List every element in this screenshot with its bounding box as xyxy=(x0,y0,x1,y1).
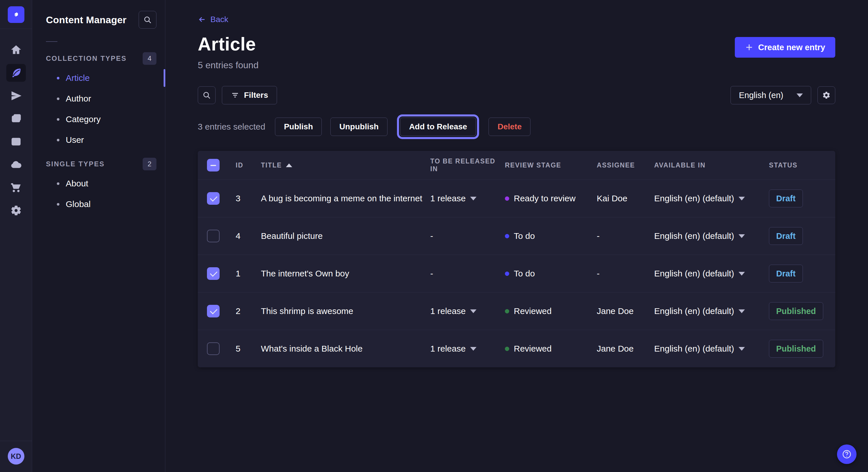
section-count-badge: 4 xyxy=(143,52,156,65)
help-button[interactable] xyxy=(837,444,857,464)
user-avatar[interactable]: KD xyxy=(8,448,24,465)
cell-assignee: - xyxy=(597,269,654,278)
cell-release[interactable]: - xyxy=(430,231,505,241)
content-manager-icon[interactable] xyxy=(6,64,26,82)
stage-dot xyxy=(505,234,509,238)
rail-icon-list xyxy=(6,41,26,220)
cell-title: This shrimp is awesome xyxy=(261,306,430,316)
page-title: Article xyxy=(198,34,259,55)
home-icon[interactable] xyxy=(6,41,26,59)
sidebar-item-author[interactable]: Author xyxy=(32,88,165,109)
logo-container xyxy=(0,0,32,29)
back-link[interactable]: Back xyxy=(198,15,228,24)
cell-release[interactable]: 1 release xyxy=(430,344,505,353)
column-status[interactable]: STATUS xyxy=(769,162,826,169)
send-icon[interactable] xyxy=(6,87,26,105)
cell-release[interactable]: 1 release xyxy=(430,306,505,316)
divider xyxy=(46,41,57,42)
sidebar-item-global[interactable]: Global xyxy=(32,194,165,214)
row-checkbox[interactable] xyxy=(207,305,220,317)
rail-footer: KD xyxy=(0,441,32,472)
chevron-down-icon xyxy=(739,234,745,238)
table-row[interactable]: 2 This shrimp is awesome 1 release Revie… xyxy=(198,292,835,330)
sidebar-item-about[interactable]: About xyxy=(32,173,165,194)
cell-id: 1 xyxy=(236,269,261,278)
delete-button[interactable]: Delete xyxy=(489,117,530,136)
cell-release[interactable]: 1 release xyxy=(430,194,505,203)
filter-icon xyxy=(231,91,239,100)
collection-types-section: COLLECTION TYPES 4 Article Author Catego… xyxy=(32,52,165,150)
view-settings-button[interactable] xyxy=(817,86,835,104)
row-checkbox[interactable] xyxy=(207,267,220,280)
status-badge: Published xyxy=(769,302,823,320)
stage-dot xyxy=(505,272,509,276)
chevron-down-icon xyxy=(470,197,476,200)
status-badge: Draft xyxy=(769,190,803,207)
column-id[interactable]: ID xyxy=(236,162,261,169)
chevron-down-icon xyxy=(470,309,476,313)
column-title[interactable]: TITLE xyxy=(261,162,430,169)
cell-available-in[interactable]: English (en) (default) xyxy=(654,231,769,241)
plus-icon xyxy=(745,43,753,52)
search-button[interactable] xyxy=(138,11,156,29)
main-nav-rail: KD xyxy=(0,0,32,472)
cloud-icon[interactable] xyxy=(6,156,26,173)
stage-dot xyxy=(505,347,509,351)
sidebar-item-label: User xyxy=(66,135,84,145)
help-question-icon xyxy=(841,449,852,460)
entries-count: 5 entries found xyxy=(198,60,259,71)
column-to-be-released-in[interactable]: TO BE RELEASED IN xyxy=(430,158,505,173)
cell-assignee: Kai Doe xyxy=(597,194,654,203)
sidebar-item-user[interactable]: User xyxy=(32,130,165,150)
bullet-icon xyxy=(57,203,59,206)
content-type-builder-icon[interactable] xyxy=(6,133,26,150)
add-to-release-button[interactable]: Add to Release xyxy=(400,117,476,136)
status-badge: Published xyxy=(769,340,823,358)
cell-id: 4 xyxy=(236,231,261,241)
chevron-down-icon xyxy=(797,94,803,97)
cell-assignee: Jane Doe xyxy=(597,344,654,353)
table-row[interactable]: 5 What's inside a Black Hole 1 release R… xyxy=(198,330,835,367)
cell-available-in[interactable]: English (en) (default) xyxy=(654,344,769,353)
cell-title: The internet's Own boy xyxy=(261,269,430,278)
row-checkbox[interactable] xyxy=(207,230,220,242)
table-row[interactable]: 3 A bug is becoming a meme on the intern… xyxy=(198,179,835,217)
select-all-checkbox[interactable] xyxy=(207,159,220,171)
cell-available-in[interactable]: English (en) (default) xyxy=(654,269,769,278)
row-checkbox[interactable] xyxy=(207,192,220,205)
locale-select[interactable]: English (en) xyxy=(731,86,811,104)
sort-asc-icon xyxy=(286,164,292,167)
media-library-icon[interactable] xyxy=(6,110,26,128)
list-search-button[interactable] xyxy=(198,86,216,104)
table-row[interactable]: 4 Beautiful picture - To do - English (e… xyxy=(198,217,835,255)
bullet-icon xyxy=(57,139,59,141)
back-label: Back xyxy=(210,15,228,24)
cell-assignee: Jane Doe xyxy=(597,306,654,316)
sidebar-item-label: About xyxy=(66,179,88,189)
cell-review-stage: Reviewed xyxy=(505,306,597,316)
bullet-icon xyxy=(57,118,59,121)
unpublish-button[interactable]: Unpublish xyxy=(330,117,388,136)
create-new-entry-button[interactable]: Create new entry xyxy=(735,37,835,58)
settings-icon[interactable] xyxy=(6,202,26,220)
column-review-stage[interactable]: REVIEW STAGE xyxy=(505,162,597,169)
single-types-section: SINGLE TYPES 2 About Global xyxy=(32,158,165,214)
cell-id: 2 xyxy=(236,306,261,316)
sidebar-item-category[interactable]: Category xyxy=(32,109,165,130)
cell-available-in[interactable]: English (en) (default) xyxy=(654,306,769,316)
status-badge: Draft xyxy=(769,265,803,282)
column-assignee[interactable]: ASSIGNEE xyxy=(597,162,654,169)
filters-button[interactable]: Filters xyxy=(222,86,277,104)
strapi-logo[interactable] xyxy=(8,6,24,23)
publish-button[interactable]: Publish xyxy=(275,117,322,136)
sidebar-item-article[interactable]: Article xyxy=(32,68,165,88)
marketplace-icon[interactable] xyxy=(6,179,26,196)
row-checkbox[interactable] xyxy=(207,342,220,355)
column-available-in[interactable]: AVAILABLE IN xyxy=(654,162,769,169)
table-row[interactable]: 1 The internet's Own boy - To do - Engli… xyxy=(198,255,835,292)
chevron-down-icon xyxy=(739,272,745,276)
cell-available-in[interactable]: English (en) (default) xyxy=(654,194,769,203)
chevron-down-icon xyxy=(739,347,745,351)
sidebar-item-label: Global xyxy=(66,199,91,209)
cell-release[interactable]: - xyxy=(430,269,505,278)
